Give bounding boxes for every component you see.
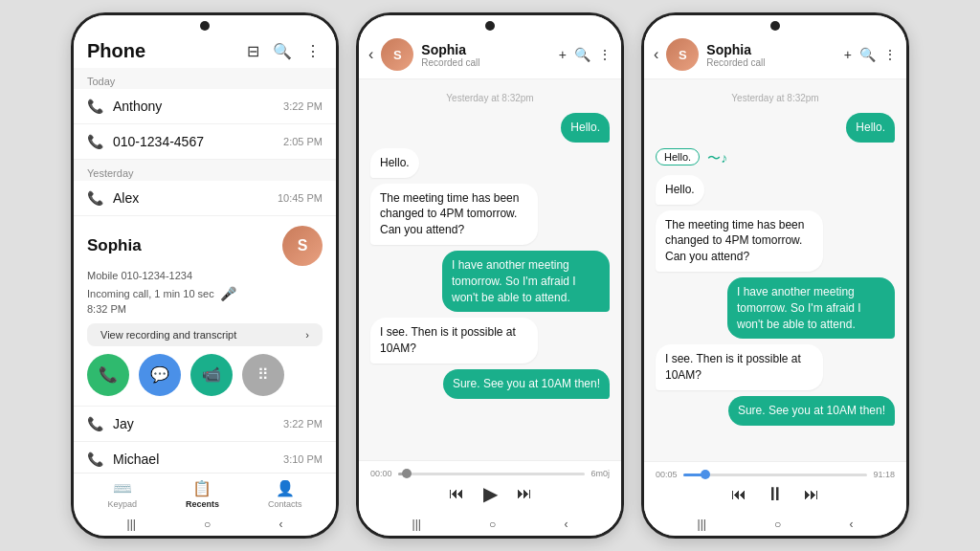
chat-player-2: 00:00 6m0j ⏮ ▶ ⏭ [359, 460, 621, 513]
recents-label: Recents [186, 499, 219, 509]
more-icon[interactable]: ⋮ [303, 40, 323, 62]
call-item-anthony[interactable]: 📞 Anthony 3:22 PM [74, 89, 336, 124]
pause-button-3[interactable]: ⏸ [766, 483, 785, 505]
msg-2-1: Hello. [370, 148, 419, 178]
player-progress-3: 00:05 91:18 [656, 470, 895, 479]
chat-info-2: Sophia Recorded call [421, 42, 550, 68]
nav-keypad[interactable]: ⌨️ Keypad [107, 479, 137, 509]
chat-subtitle-2: Recorded call [421, 57, 550, 68]
chat-messages-3: Yesterday at 8:32pm Hello. Hello. 〜♪ Hel… [644, 79, 906, 461]
notch-dot-3 [770, 21, 780, 31]
arrow-right-icon: › [305, 329, 309, 341]
player-controls-2: ⏮ ▶ ⏭ [370, 482, 610, 505]
chat-messages-2: Yesterday at 8:32pm Hello. Hello. The me… [359, 79, 621, 460]
mic-icon: 🎤 [220, 286, 236, 301]
sophia-top: Sophia S [87, 226, 323, 266]
player-end-3: 91:18 [873, 470, 895, 479]
search-icon-2[interactable]: 🔍 [574, 47, 590, 62]
sophia-call-detail: Incoming call, 1 min 10 sec [87, 286, 214, 302]
player-progress-2: 00:00 6m0j [370, 469, 610, 478]
call-icon-michael: 📞 [87, 452, 103, 467]
player-controls-3: ⏮ ⏸ ⏭ [656, 483, 895, 505]
call-time-michael: 3:10 PM [283, 453, 323, 465]
more-icon-2[interactable]: ⋮ [598, 47, 612, 62]
word-highlight[interactable]: Hello. [656, 148, 700, 165]
timestamp-3: Yesterday at 8:32pm [656, 93, 895, 103]
search-icon[interactable]: 🔍 [271, 40, 294, 62]
call-name-number: 010-1234-4567 [113, 134, 274, 149]
gesture-bar-2: ||| ○ ‹ [359, 513, 621, 536]
call-name-anthony: Anthony [113, 99, 274, 114]
sophia-detail-row: Incoming call, 1 min 10 sec 🎤 [87, 286, 323, 302]
view-recording[interactable]: View recording and transcript › [87, 323, 323, 346]
nav-contacts[interactable]: 👤 Contacts [268, 479, 302, 509]
call-icon-number: 📞 [87, 134, 103, 149]
call-item-jay[interactable]: 📞 Jay 3:22 PM [74, 407, 336, 442]
back-gesture: ‹ [278, 518, 282, 531]
back-button-3[interactable]: ‹ [654, 46, 658, 63]
more-icon-3[interactable]: ⋮ [883, 47, 897, 62]
msg-2-5: Sure. See you at 10AM then! [443, 369, 610, 399]
player-end-2: 6m0j [590, 469, 610, 478]
progress-dot-3 [701, 470, 710, 479]
header-icons: ⊟ 🔍 ⋮ [245, 40, 323, 62]
rewind-button-3[interactable]: ⏮ [731, 486, 746, 503]
chat-subtitle-3: Recorded call [706, 57, 835, 68]
filter-icon[interactable]: ⊟ [245, 40, 261, 62]
sophia-avatar: S [282, 226, 323, 266]
recents-gesture-3: ||| [698, 518, 706, 531]
call-button[interactable]: 📞 [87, 354, 129, 396]
recents-gesture-2: ||| [412, 518, 421, 531]
chat-header-icons-2: + 🔍 ⋮ [559, 47, 612, 62]
add-icon-2[interactable]: + [559, 47, 567, 62]
phone-2: ‹ S Sophia Recorded call + 🔍 ⋮ Yesterday… [356, 12, 624, 539]
msg-3-4: I see. Then is it possible at 10AM? [656, 344, 823, 390]
notch-dot [200, 21, 210, 31]
msg-3-0: Hello. [846, 113, 895, 143]
gesture-bar-3: ||| ○ ‹ [644, 513, 906, 536]
sophia-name: Sophia [87, 236, 142, 255]
call-icon-jay: 📞 [87, 416, 103, 431]
chat-header-3: ‹ S Sophia Recorded call + 🔍 ⋮ [644, 31, 906, 79]
chat-name-2: Sophia [421, 42, 550, 57]
phone-title: Phone [87, 40, 145, 62]
back-button-2[interactable]: ‹ [368, 46, 373, 63]
bottom-nav: ⌨️ Keypad 📋 Recents 👤 Contacts [74, 473, 336, 513]
phone3-screen: ‹ S Sophia Recorded call + 🔍 ⋮ Yesterday… [644, 31, 906, 513]
progress-bar-2[interactable] [398, 473, 586, 475]
sophia-mobile: Mobile 010-1234-1234 [87, 268, 323, 284]
contacts-icon: 👤 [276, 479, 295, 497]
search-icon-3[interactable]: 🔍 [859, 47, 876, 62]
video-button[interactable]: 📹 [190, 354, 233, 396]
message-button[interactable]: 💬 [139, 354, 181, 396]
sophia-action-buttons: 📞 💬 📹 ⠿ [87, 354, 323, 396]
more-button[interactable]: ⠿ [242, 354, 284, 396]
call-item-michael[interactable]: 📞 Michael 3:10 PM [74, 442, 336, 474]
chat-info-3: Sophia Recorded call [706, 42, 835, 68]
rewind-button-2[interactable]: ⏮ [449, 485, 464, 502]
word-highlight-row: Hello. 〜♪ [656, 148, 727, 169]
call-time-jay: 3:22 PM [283, 418, 323, 430]
play-button-2[interactable]: ▶ [483, 482, 498, 505]
yesterday-label: Yesterday [74, 160, 336, 181]
recents-icon: 📋 [192, 479, 212, 497]
call-item-number[interactable]: 📞 010-1234-4567 2:05 PM [74, 124, 336, 160]
keypad-label: Keypad [107, 499, 137, 509]
recents-gesture: ||| [127, 518, 136, 531]
phone2-screen: ‹ S Sophia Recorded call + 🔍 ⋮ Yesterday… [359, 31, 621, 513]
keypad-icon: ⌨️ [113, 479, 132, 497]
view-recording-text: View recording and transcript [100, 329, 236, 341]
call-name-michael: Michael [113, 452, 274, 467]
sophia-expanded: Sophia S Mobile 010-1234-1234 Incoming c… [74, 216, 336, 407]
back-gesture-3: ‹ [849, 518, 853, 531]
phone1-notch [74, 15, 336, 31]
call-time-alex: 10:45 PM [278, 192, 323, 204]
add-icon-3[interactable]: + [844, 47, 852, 62]
progress-bar-3[interactable] [683, 474, 868, 476]
nav-recents[interactable]: 📋 Recents [186, 479, 219, 509]
forward-button-2[interactable]: ⏭ [517, 485, 532, 502]
forward-button-3[interactable]: ⏭ [804, 486, 819, 503]
call-item-alex[interactable]: 📞 Alex 10:45 PM [74, 181, 336, 216]
recents-header: Phone ⊟ 🔍 ⋮ [74, 31, 336, 68]
back-gesture-2: ‹ [564, 518, 568, 531]
